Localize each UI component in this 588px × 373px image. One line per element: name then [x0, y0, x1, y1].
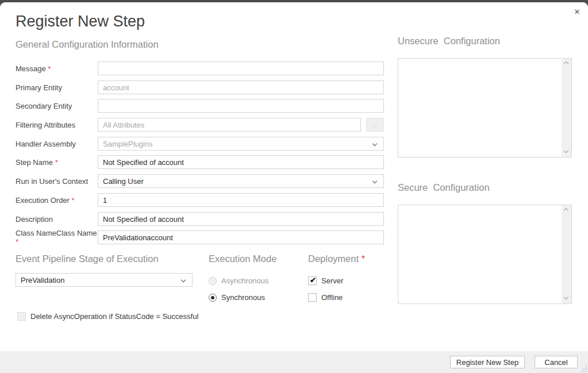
- deployment-section-title: Deployment *: [308, 253, 365, 264]
- field-row-message: Message *: [16, 61, 384, 75]
- checkbox-offline[interactable]: Offline: [308, 293, 343, 302]
- filtering-attributes-label: Filtering Attributes: [16, 121, 98, 129]
- radio-synchronous[interactable]: Synchronous: [209, 293, 265, 302]
- field-row-primary-entity: Primary Entity: [16, 80, 384, 94]
- field-row-execution-order: Execution Order *: [16, 193, 384, 207]
- handler-assembly-label: Handler Assembly: [16, 140, 98, 148]
- radio-selected-icon: [209, 294, 217, 302]
- execution-order-input[interactable]: [98, 193, 384, 207]
- chevron-down-icon: [372, 179, 377, 183]
- chevron-down-icon: [372, 141, 377, 146]
- unsecure-configuration-title: Unsecure Configuration: [398, 36, 500, 47]
- field-row-class-name: Class NameClass Name *: [16, 230, 384, 244]
- pipeline-stage-value: PreValidation: [21, 276, 64, 284]
- unsecure-configuration-textarea[interactable]: [398, 59, 562, 157]
- run-in-users-context-value: Calling User: [103, 177, 144, 186]
- handler-assembly-dropdown[interactable]: SamplePlugins: [98, 137, 384, 151]
- radio-icon: [209, 277, 217, 285]
- offline-label: Offline: [321, 293, 343, 302]
- run-in-users-context-dropdown[interactable]: Calling User: [98, 174, 384, 188]
- radio-asynchronous[interactable]: Asynchronous: [209, 276, 268, 285]
- field-row-run-in-users-context: Run in User's Context Calling User: [16, 174, 384, 188]
- class-name-label: Class NameClass Name *: [16, 229, 98, 246]
- checkbox-icon: [17, 312, 26, 321]
- dialog-surface: ✕ Register New Step General Configuratio…: [0, 2, 588, 373]
- scroll-down-icon[interactable]: [562, 147, 571, 157]
- register-new-step-dialog: ✕ Register New Step General Configuratio…: [0, 0, 588, 373]
- close-icon[interactable]: ✕: [572, 7, 582, 17]
- server-label: Server: [321, 276, 343, 285]
- synchronous-label: Synchronous: [221, 293, 265, 302]
- unsecure-configuration-box: [398, 58, 572, 157]
- secure-configuration-title: Secure Configuration: [398, 182, 490, 193]
- checkbox-icon: [308, 293, 317, 302]
- scroll-up-icon[interactable]: [562, 59, 571, 68]
- secure-configuration-textarea[interactable]: [398, 205, 562, 303]
- execution-mode-section-title: Execution Mode: [209, 253, 276, 264]
- event-pipeline-section-title: Event Pipeline Stage of Execution: [16, 253, 159, 264]
- description-input[interactable]: [98, 212, 384, 226]
- scrollbar[interactable]: [562, 205, 571, 303]
- chevron-down-icon: [181, 278, 186, 282]
- field-row-filtering-attributes: Filtering Attributes ...: [16, 118, 384, 132]
- message-input[interactable]: [98, 61, 384, 75]
- required-marker: *: [46, 64, 51, 73]
- scroll-up-icon[interactable]: [562, 205, 571, 215]
- dialog-footer: Register New Step Cancel: [0, 351, 588, 373]
- checkbox-delete-asyncoperation[interactable]: Delete AsyncOperation if StatusCode = Su…: [17, 312, 198, 321]
- run-in-users-context-label: Run in User's Context: [16, 177, 98, 186]
- general-configuration-section-title: General Configuration Information: [16, 39, 159, 50]
- step-name-input[interactable]: [98, 155, 384, 169]
- primary-entity-input[interactable]: [98, 80, 384, 94]
- field-row-description: Description: [16, 212, 384, 226]
- filtering-attributes-browse-button[interactable]: ...: [366, 118, 384, 132]
- secondary-entity-label: Secondary Entity: [16, 102, 98, 110]
- cancel-button[interactable]: Cancel: [535, 356, 578, 368]
- filtering-attributes-input[interactable]: [98, 118, 361, 132]
- checkbox-checked-icon: ✔: [308, 276, 317, 285]
- register-new-step-button[interactable]: Register New Step: [450, 356, 525, 368]
- step-name-label: Step Name *: [16, 158, 98, 167]
- description-label: Description: [16, 215, 98, 224]
- message-label: Message *: [16, 64, 98, 73]
- class-name-input[interactable]: [98, 230, 384, 244]
- resize-grip-icon[interactable]: [580, 365, 587, 372]
- scroll-down-icon[interactable]: [562, 294, 571, 303]
- field-row-handler-assembly: Handler Assembly SamplePlugins: [16, 137, 384, 151]
- execution-order-label: Execution Order *: [16, 196, 98, 205]
- secure-configuration-box: [398, 205, 572, 304]
- asynchronous-label: Asynchronous: [221, 276, 268, 285]
- checkbox-server[interactable]: ✔ Server: [308, 276, 343, 285]
- delete-asyncoperation-label: Delete AsyncOperation if StatusCode = Su…: [30, 312, 198, 321]
- page-title: Register New Step: [16, 13, 145, 30]
- field-row-step-name: Step Name *: [16, 155, 384, 169]
- primary-entity-label: Primary Entity: [16, 83, 98, 92]
- scrollbar[interactable]: [562, 59, 571, 157]
- secondary-entity-input[interactable]: [98, 99, 384, 113]
- pipeline-stage-dropdown[interactable]: PreValidation: [16, 273, 193, 287]
- handler-assembly-value: SamplePlugins: [103, 140, 153, 148]
- check-icon: ✔: [309, 276, 317, 284]
- field-row-secondary-entity: Secondary Entity: [16, 99, 384, 113]
